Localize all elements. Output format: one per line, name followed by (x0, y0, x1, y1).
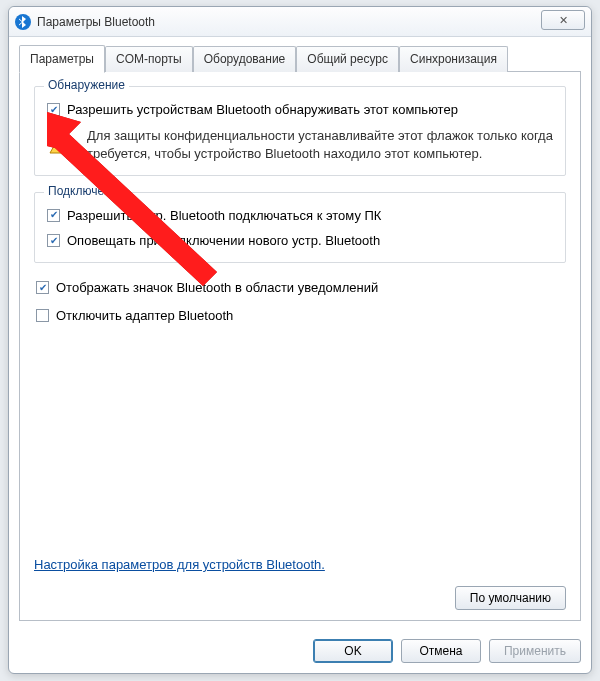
row-disable-adapter[interactable]: Отключить адаптер Bluetooth (36, 307, 564, 325)
defaults-button[interactable]: По умолчанию (455, 586, 566, 610)
client-area: Параметры COM-порты Оборудование Общий р… (9, 37, 591, 631)
tab-hardware[interactable]: Оборудование (193, 46, 297, 72)
checkbox-allow-connect[interactable] (47, 209, 60, 222)
dialog-button-bar: OK Отмена Применить (9, 631, 591, 673)
close-button[interactable]: ✕ (541, 10, 585, 30)
label-disable-adapter: Отключить адаптер Bluetooth (56, 307, 233, 325)
row-show-tray[interactable]: Отображать значок Bluetooth в области ув… (36, 279, 564, 297)
cancel-button[interactable]: Отмена (401, 639, 481, 663)
checkbox-notify-connect[interactable] (47, 234, 60, 247)
svg-rect-2 (62, 147, 65, 150)
row-notify-connect[interactable]: Оповещать при подключении нового устр. B… (47, 232, 553, 250)
link-bluetooth-settings[interactable]: Настройка параметров для устройств Bluet… (34, 557, 566, 572)
tab-strip: Параметры COM-порты Оборудование Общий р… (19, 45, 581, 72)
defaults-row: По умолчанию (34, 586, 566, 610)
ok-button[interactable]: OK (313, 639, 393, 663)
misc-checks: Отображать значок Bluetooth в области ув… (34, 279, 566, 334)
label-notify-connect: Оповещать при подключении нового устр. B… (67, 232, 380, 250)
row-allow-discover[interactable]: Разрешить устройствам Bluetooth обнаружи… (47, 101, 553, 119)
group-discovery-title: Обнаружение (44, 78, 129, 92)
svg-rect-1 (62, 137, 65, 145)
tab-com-ports[interactable]: COM-порты (105, 46, 193, 72)
row-discovery-warning: Для защиты конфиденциальности устанавлив… (47, 127, 553, 163)
close-icon: ✕ (559, 14, 568, 27)
window-title: Параметры Bluetooth (37, 15, 155, 29)
apply-button[interactable]: Применить (489, 639, 581, 663)
label-allow-discover: Разрешить устройствам Bluetooth обнаружи… (67, 101, 458, 119)
dialog-window: Параметры Bluetooth ✕ Параметры COM-порт… (8, 6, 592, 674)
tab-parameters[interactable]: Параметры (19, 45, 105, 73)
checkbox-allow-discover[interactable] (47, 103, 60, 116)
checkbox-show-tray[interactable] (36, 281, 49, 294)
tab-sharing[interactable]: Общий ресурс (296, 46, 399, 72)
row-allow-connect[interactable]: Разрешить устр. Bluetooth подключаться к… (47, 207, 553, 225)
group-connections: Подключения Разрешить устр. Bluetooth по… (34, 192, 566, 263)
text-discovery-warning: Для защиты конфиденциальности устанавлив… (87, 127, 553, 163)
label-show-tray: Отображать значок Bluetooth в области ув… (56, 279, 378, 297)
tab-sync[interactable]: Синхронизация (399, 46, 508, 72)
label-allow-connect: Разрешить устр. Bluetooth подключаться к… (67, 207, 381, 225)
checkbox-disable-adapter[interactable] (36, 309, 49, 322)
bluetooth-icon (15, 14, 31, 30)
tab-page-parameters: Обнаружение Разрешить устройствам Blueto… (19, 71, 581, 621)
group-discovery: Обнаружение Разрешить устройствам Blueto… (34, 86, 566, 176)
title-bar: Параметры Bluetooth ✕ (9, 7, 591, 37)
warning-icon (49, 129, 77, 155)
group-connections-title: Подключения (44, 184, 128, 198)
